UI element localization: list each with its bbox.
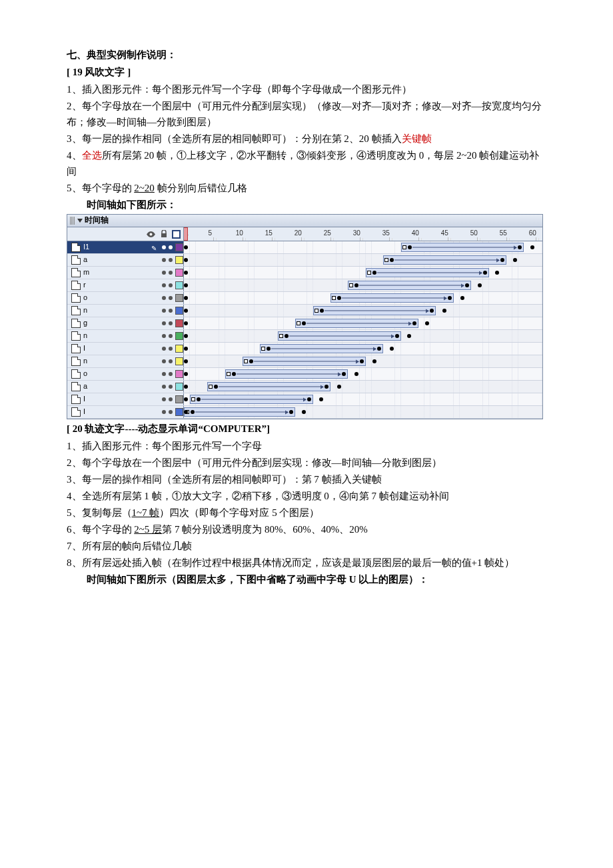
frames-area[interactable] bbox=[184, 343, 542, 355]
layer-color-swatch[interactable] bbox=[175, 294, 183, 302]
frames-area[interactable] bbox=[184, 279, 542, 291]
layer-label[interactable]: I bbox=[67, 406, 184, 418]
lock-dot-icon[interactable] bbox=[169, 372, 173, 376]
layer-row[interactable]: I bbox=[67, 393, 542, 406]
collapse-triangle-icon[interactable] bbox=[77, 219, 83, 223]
keyframe-dot-icon[interactable] bbox=[513, 258, 517, 262]
layer-label[interactable]: n bbox=[67, 305, 184, 317]
lock-dot-icon[interactable] bbox=[169, 385, 173, 389]
keyframe-dot-icon[interactable] bbox=[390, 258, 394, 262]
motion-tween-span[interactable] bbox=[207, 382, 330, 391]
outline-toggle-icon[interactable] bbox=[172, 230, 181, 239]
layer-label[interactable]: a bbox=[67, 381, 184, 393]
layer-label[interactable]: I bbox=[67, 393, 184, 405]
keyframe-dot-icon[interactable] bbox=[184, 397, 188, 401]
keyframe-dot-icon[interactable] bbox=[267, 347, 271, 351]
layer-label[interactable]: g bbox=[67, 317, 184, 329]
layer-label[interactable]: a bbox=[67, 254, 184, 266]
layer-color-swatch[interactable] bbox=[175, 408, 183, 416]
motion-tween-span[interactable] bbox=[184, 407, 295, 417]
keyframe-dot-icon[interactable] bbox=[319, 397, 323, 401]
motion-tween-span[interactable] bbox=[225, 369, 348, 379]
layer-label[interactable]: n bbox=[67, 355, 184, 367]
motion-tween-span[interactable] bbox=[190, 395, 313, 404]
keyframe-dot-icon[interactable] bbox=[425, 321, 429, 325]
frames-area[interactable] bbox=[184, 330, 542, 342]
keyframe-dot-icon[interactable] bbox=[184, 359, 188, 363]
visibility-dot-icon[interactable] bbox=[162, 334, 166, 338]
keyframe-dot-icon[interactable] bbox=[478, 283, 482, 287]
layer-row[interactable]: a bbox=[67, 254, 542, 267]
keyframe-dot-icon[interactable] bbox=[285, 334, 289, 338]
layer-color-swatch[interactable] bbox=[175, 332, 183, 340]
lock-icon[interactable] bbox=[159, 230, 168, 239]
keyframe-dot-icon[interactable] bbox=[302, 410, 306, 414]
visibility-dot-icon[interactable] bbox=[162, 271, 166, 275]
frames-area[interactable] bbox=[184, 393, 542, 405]
keyframe-hollow-icon[interactable] bbox=[261, 347, 265, 351]
layer-row[interactable]: I bbox=[67, 406, 542, 419]
playhead[interactable] bbox=[184, 227, 188, 241]
keyframe-dot-icon[interactable] bbox=[184, 283, 188, 287]
layer-color-swatch[interactable] bbox=[175, 307, 183, 315]
lock-dot-icon[interactable] bbox=[169, 283, 173, 287]
motion-tween-span[interactable] bbox=[260, 344, 383, 353]
layer-row[interactable]: m bbox=[67, 267, 542, 279]
keyframe-dot-icon[interactable] bbox=[337, 385, 341, 389]
keyframe-dot-icon[interactable] bbox=[354, 283, 358, 287]
keyframe-dot-icon[interactable] bbox=[448, 296, 452, 300]
timeline-header[interactable]: 时间轴 bbox=[67, 215, 542, 227]
keyframe-dot-icon[interactable] bbox=[408, 245, 412, 249]
layer-row[interactable]: I1✎ bbox=[67, 241, 542, 254]
keyframe-hollow-icon[interactable] bbox=[191, 397, 195, 401]
motion-tween-span[interactable] bbox=[330, 293, 454, 303]
visibility-dot-icon[interactable] bbox=[162, 372, 166, 376]
keyframe-dot-icon[interactable] bbox=[372, 359, 376, 363]
frames-area[interactable] bbox=[184, 267, 542, 279]
frames-area[interactable] bbox=[184, 305, 542, 317]
keyframe-dot-icon[interactable] bbox=[184, 309, 188, 313]
layer-label[interactable]: o bbox=[67, 368, 184, 380]
keyframe-hollow-icon[interactable] bbox=[332, 296, 336, 300]
keyframe-dot-icon[interactable] bbox=[184, 245, 188, 249]
lock-dot-icon[interactable] bbox=[169, 334, 173, 338]
timeline-ruler[interactable]: 151015202530354045505560 bbox=[184, 227, 542, 241]
keyframe-dot-icon[interactable] bbox=[184, 258, 188, 262]
layer-label[interactable]: I bbox=[67, 343, 184, 355]
keyframe-dot-icon[interactable] bbox=[530, 245, 534, 249]
keyframe-dot-icon[interactable] bbox=[372, 271, 376, 275]
layer-row[interactable]: o bbox=[67, 368, 542, 381]
motion-tween-span[interactable] bbox=[278, 331, 401, 341]
keyframe-dot-icon[interactable] bbox=[232, 372, 236, 376]
layer-label[interactable]: m bbox=[67, 267, 184, 279]
keyframe-hollow-icon[interactable] bbox=[384, 258, 388, 262]
lock-dot-icon[interactable] bbox=[169, 296, 173, 300]
motion-tween-span[interactable] bbox=[295, 319, 418, 328]
keyframe-dot-icon[interactable] bbox=[184, 296, 188, 300]
visibility-dot-icon[interactable] bbox=[162, 245, 166, 249]
layer-color-swatch[interactable] bbox=[175, 370, 183, 378]
motion-tween-span[interactable] bbox=[348, 281, 471, 290]
visibility-icon[interactable] bbox=[147, 230, 155, 239]
visibility-dot-icon[interactable] bbox=[162, 296, 166, 300]
frames-area[interactable] bbox=[184, 355, 542, 367]
keyframe-dot-icon[interactable] bbox=[184, 321, 188, 325]
frames-area[interactable] bbox=[184, 406, 542, 418]
layer-color-swatch[interactable] bbox=[175, 395, 183, 403]
keyframe-hollow-icon[interactable] bbox=[244, 359, 248, 363]
lock-dot-icon[interactable] bbox=[169, 309, 173, 313]
visibility-dot-icon[interactable] bbox=[162, 359, 166, 363]
keyframe-dot-icon[interactable] bbox=[184, 271, 188, 275]
keyframe-dot-icon[interactable] bbox=[500, 258, 504, 262]
keyframe-dot-icon[interactable] bbox=[249, 359, 253, 363]
frames-area[interactable] bbox=[184, 241, 542, 253]
keyframe-dot-icon[interactable] bbox=[430, 309, 434, 313]
keyframe-dot-icon[interactable] bbox=[184, 385, 188, 389]
keyframe-dot-icon[interactable] bbox=[354, 372, 358, 376]
visibility-dot-icon[interactable] bbox=[162, 385, 166, 389]
layer-color-swatch[interactable] bbox=[175, 269, 183, 277]
layer-label[interactable]: I1✎ bbox=[67, 241, 184, 253]
keyframe-dot-icon[interactable] bbox=[407, 334, 411, 338]
visibility-dot-icon[interactable] bbox=[162, 347, 166, 351]
visibility-dot-icon[interactable] bbox=[162, 397, 166, 401]
